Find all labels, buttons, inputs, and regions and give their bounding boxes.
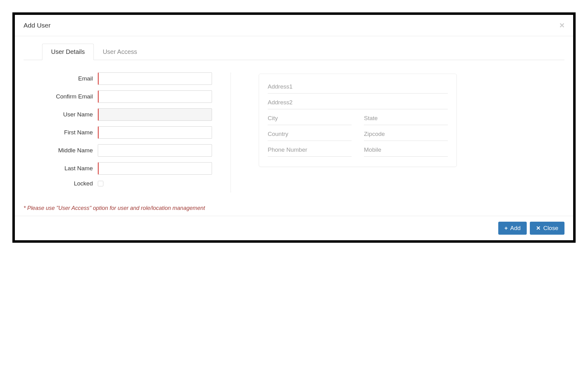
add-button-label: Add [510, 225, 521, 232]
modal-note: * Please use "User Access" option for us… [15, 205, 573, 216]
zipcode-field[interactable] [364, 128, 448, 141]
row-phone-mobile [268, 143, 448, 157]
label-confirm-email: Confirm Email [42, 93, 98, 100]
modal-header: Add User × [15, 15, 573, 36]
row-first-name: First Name [42, 126, 212, 139]
address-card [259, 74, 457, 167]
confirm-email-field[interactable] [98, 90, 212, 103]
right-column [231, 72, 558, 193]
row-address1 [268, 80, 448, 93]
label-middle-name: Middle Name [42, 147, 98, 154]
plus-icon: + [504, 225, 508, 231]
mobile-field[interactable] [364, 143, 448, 157]
phone-field[interactable] [268, 143, 352, 157]
locked-checkbox[interactable] [98, 181, 103, 186]
close-button[interactable]: ✕ Close [530, 222, 564, 235]
label-locked: Locked [42, 180, 98, 187]
left-column: Email Confirm Email User Name First Name [42, 72, 231, 193]
row-locked: Locked [42, 180, 212, 187]
add-button[interactable]: + Add [498, 222, 527, 235]
email-field[interactable] [98, 72, 212, 85]
row-last-name: Last Name [42, 162, 212, 175]
row-confirm-email: Confirm Email [42, 90, 212, 103]
close-button-label: Close [543, 225, 558, 232]
modal-body: User Details User Access Email Confirm E… [15, 44, 573, 205]
close-x-icon: ✕ [536, 225, 541, 231]
label-last-name: Last Name [42, 165, 98, 172]
tab-user-access[interactable]: User Access [94, 44, 146, 60]
address1-field[interactable] [268, 80, 448, 93]
row-country-zip [268, 128, 448, 141]
row-address2 [268, 96, 448, 109]
label-user-name: User Name [42, 111, 98, 118]
label-email: Email [42, 75, 98, 82]
row-middle-name: Middle Name [42, 144, 212, 157]
add-user-modal: Add User × User Details User Access Emai… [12, 12, 576, 243]
form-area: Email Confirm Email User Name First Name [24, 60, 564, 205]
city-field[interactable] [268, 112, 352, 125]
modal-title: Add User [24, 22, 51, 29]
row-email: Email [42, 72, 212, 85]
middle-name-field[interactable] [98, 144, 212, 157]
user-name-field[interactable] [98, 108, 212, 121]
last-name-field[interactable] [98, 162, 212, 175]
row-user-name: User Name [42, 108, 212, 121]
tabs: User Details User Access [24, 44, 564, 60]
tab-user-details[interactable]: User Details [42, 44, 94, 60]
country-field[interactable] [268, 128, 352, 141]
row-city-state [268, 112, 448, 125]
state-field[interactable] [364, 112, 448, 125]
close-icon[interactable]: × [560, 21, 564, 30]
address2-field[interactable] [268, 96, 448, 109]
label-first-name: First Name [42, 129, 98, 136]
first-name-field[interactable] [98, 126, 212, 139]
modal-footer: + Add ✕ Close [15, 216, 573, 240]
